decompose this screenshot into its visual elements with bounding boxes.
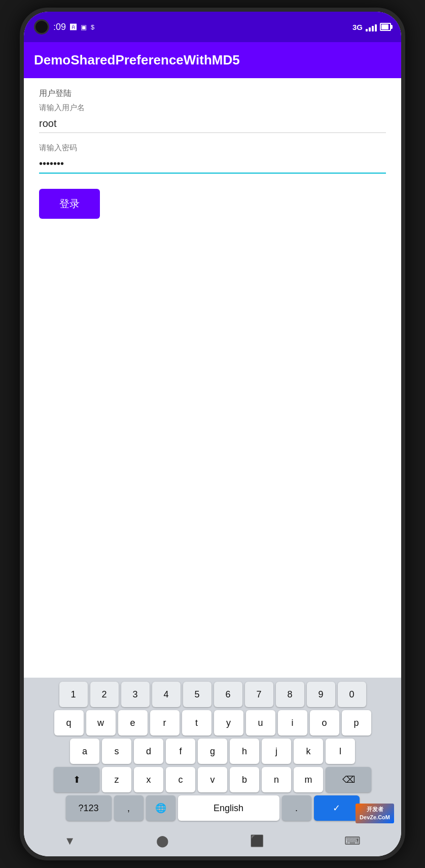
- kb-key-z[interactable]: z: [102, 767, 131, 792]
- kb-globe-icon[interactable]: 🌐: [146, 795, 175, 821]
- kb-key-x[interactable]: x: [134, 767, 163, 792]
- kb-num-switch-key[interactable]: ?123: [66, 795, 112, 821]
- password-input[interactable]: [39, 155, 386, 174]
- kb-backspace-key[interactable]: ⌫: [326, 767, 371, 792]
- app-toolbar: DemoSharedPreferenceWithMD5: [24, 42, 401, 78]
- nav-bar: ▼ ⬤ ⬛ ⌨: [24, 826, 401, 856]
- kb-key-p[interactable]: p: [342, 710, 371, 736]
- kb-key-q[interactable]: q: [54, 710, 84, 736]
- kb-key-h[interactable]: h: [230, 739, 259, 764]
- kb-key-r[interactable]: r: [150, 710, 180, 736]
- status-time: :09: [53, 22, 66, 32]
- kb-key-e[interactable]: e: [118, 710, 148, 736]
- kb-key-g[interactable]: g: [198, 739, 227, 764]
- kb-key-d[interactable]: d: [134, 739, 163, 764]
- kb-key-9[interactable]: 9: [307, 682, 335, 707]
- signal-bar-4: [375, 24, 377, 31]
- section-label: 用户登陆: [39, 88, 386, 99]
- kb-key-u[interactable]: u: [246, 710, 275, 736]
- kb-key-c[interactable]: c: [166, 767, 195, 792]
- username-container: 请输入用户名: [39, 103, 386, 133]
- nav-home-icon[interactable]: ⬤: [156, 834, 169, 848]
- kb-comma-key[interactable]: ,: [114, 795, 144, 821]
- kb-shift-key[interactable]: ⬆: [54, 767, 99, 792]
- username-label: 请输入用户名: [39, 103, 386, 113]
- kb-key-n[interactable]: n: [262, 767, 291, 792]
- content-area: 用户登陆 请输入用户名 请输入密码 登录: [24, 78, 401, 678]
- keyboard-area: 1 2 3 4 5 6 7 8 9 0 q w e r t y u i: [24, 678, 401, 826]
- notification-icon-s: $: [91, 23, 94, 31]
- kb-key-1[interactable]: 1: [59, 682, 88, 707]
- kb-asdf-row: a s d f g h j k l: [26, 739, 399, 764]
- kb-key-v[interactable]: v: [198, 767, 227, 792]
- kb-key-j[interactable]: j: [262, 739, 291, 764]
- status-right: 3G: [352, 22, 391, 31]
- password-container: 请输入密码: [39, 143, 386, 174]
- app-title: DemoSharedPreferenceWithMD5: [34, 52, 240, 68]
- kb-key-0[interactable]: 0: [338, 682, 366, 707]
- kb-key-3[interactable]: 3: [121, 682, 150, 707]
- login-button[interactable]: 登录: [39, 189, 100, 219]
- nav-recents-icon[interactable]: ⬛: [250, 834, 264, 848]
- kb-key-6[interactable]: 6: [214, 682, 242, 707]
- watermark-line1: 开发者: [360, 806, 390, 813]
- kb-bottom-row: ?123 , 🌐 English . ✓: [26, 795, 399, 821]
- status-left: :09 🅰 ▣ $: [34, 19, 94, 35]
- signal-bar-2: [369, 27, 371, 31]
- nav-back-icon[interactable]: ▼: [64, 834, 76, 848]
- kb-key-w[interactable]: w: [86, 710, 116, 736]
- signal-bar-1: [366, 29, 368, 31]
- kb-key-8[interactable]: 8: [276, 682, 304, 707]
- camera-hole: [34, 19, 49, 35]
- watermark: 开发者 DevZe.CoM: [356, 804, 394, 823]
- kb-key-o[interactable]: o: [310, 710, 339, 736]
- kb-number-row: 1 2 3 4 5 6 7 8 9 0: [26, 682, 399, 707]
- kb-key-m[interactable]: m: [294, 767, 323, 792]
- kb-key-l[interactable]: l: [326, 739, 355, 764]
- phone-screen: :09 🅰 ▣ $ 3G DemoSharedPreference: [24, 12, 401, 856]
- kb-qwerty-row: q w e r t y u i o p: [26, 710, 399, 736]
- kb-key-s[interactable]: s: [102, 739, 131, 764]
- signal-bars: [366, 22, 377, 31]
- password-label: 请输入密码: [39, 143, 386, 153]
- phone-frame: :09 🅰 ▣ $ 3G DemoSharedPreference: [20, 8, 405, 860]
- notification-icon-sim: ▣: [81, 23, 87, 31]
- kb-key-y[interactable]: y: [214, 710, 243, 736]
- kb-key-7[interactable]: 7: [245, 682, 273, 707]
- kb-key-k[interactable]: k: [294, 739, 323, 764]
- kb-key-2[interactable]: 2: [90, 682, 119, 707]
- nav-keyboard-icon[interactable]: ⌨: [344, 834, 361, 848]
- kb-key-i[interactable]: i: [278, 710, 307, 736]
- network-type: 3G: [352, 23, 363, 31]
- battery-fill: [381, 24, 388, 29]
- battery-icon: [380, 23, 391, 31]
- watermark-line2: DevZe.CoM: [360, 814, 390, 821]
- kb-key-b[interactable]: b: [230, 767, 259, 792]
- username-input[interactable]: [39, 115, 386, 133]
- kb-space-key[interactable]: English: [178, 795, 279, 821]
- kb-key-a[interactable]: a: [70, 739, 99, 764]
- kb-zxcv-row: ⬆ z x c v b n m ⌫: [26, 767, 399, 792]
- kb-key-4[interactable]: 4: [152, 682, 181, 707]
- kb-key-f[interactable]: f: [166, 739, 195, 764]
- kb-period-key[interactable]: .: [282, 795, 311, 821]
- kb-key-t[interactable]: t: [182, 710, 211, 736]
- signal-bar-3: [372, 26, 374, 31]
- kb-key-5[interactable]: 5: [183, 682, 211, 707]
- kb-confirm-key[interactable]: ✓: [314, 795, 360, 821]
- notification-icon-a: 🅰: [70, 23, 77, 31]
- status-bar: :09 🅰 ▣ $ 3G: [24, 12, 401, 42]
- side-button: [403, 215, 405, 255]
